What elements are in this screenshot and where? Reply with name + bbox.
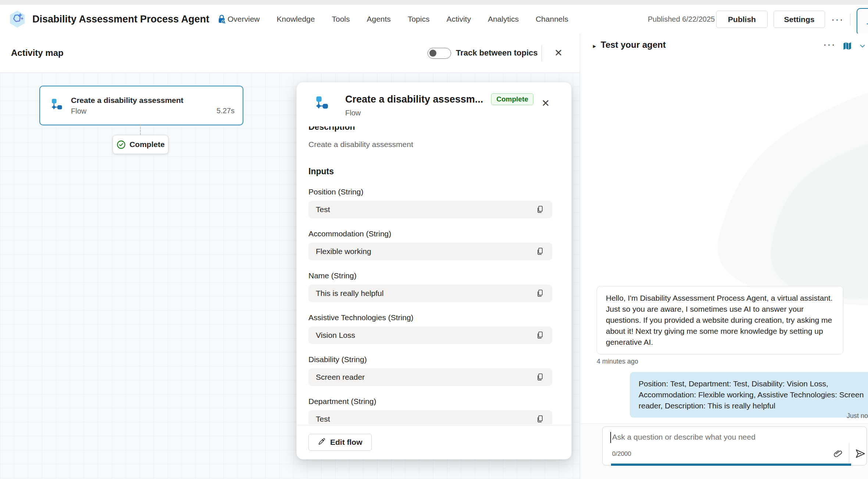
activity-header-divider [542, 45, 542, 61]
check-circle-icon [116, 140, 126, 150]
field-label: Department (String) [308, 397, 552, 406]
field-label: Assistive Technologies (String) [308, 313, 552, 322]
details-footer: Edit flow [297, 425, 571, 459]
node-status-label: Complete [129, 140, 165, 149]
bot-message-timestamp: 4 minutes ago [597, 358, 638, 365]
nav-tab-agents[interactable]: Agents [366, 13, 391, 25]
pencil-icon [318, 438, 326, 447]
details-header: Create a disability assessm... Complete … [297, 82, 571, 126]
flow-node-duration: 5.27s [217, 107, 235, 115]
activity-map-icon[interactable] [840, 39, 855, 53]
authentication-lock-icon[interactable] [216, 13, 228, 25]
details-subtitle: Flow [345, 109, 361, 117]
window-top-strip [0, 0, 868, 5]
field-label: Name (String) [308, 271, 552, 280]
field-label: Accommodation (String) [308, 229, 552, 238]
test-panel-title: Test your agent [601, 40, 666, 50]
field-value: This is really helpful [316, 289, 534, 298]
field-value: Test [316, 205, 534, 214]
chat-input[interactable]: Ask a question or describe what you need… [602, 426, 867, 465]
field-value-box: Test [308, 201, 552, 218]
nav-tab-channels[interactable]: Channels [535, 13, 569, 25]
toggle-knob [429, 50, 436, 57]
activity-map-header: Activity map Track between topics ✕ [0, 33, 580, 72]
node-connector-line [140, 124, 141, 135]
field-value-box: Screen reader [308, 368, 552, 386]
nav-tab-knowledge[interactable]: Knowledge [276, 13, 316, 25]
agent-logo-icon [8, 10, 26, 28]
nav-tab-tools[interactable]: Tools [331, 13, 350, 25]
publish-button[interactable]: Publish [716, 11, 768, 28]
details-scroll-area[interactable]: Description Create a disability assessme… [297, 126, 571, 424]
node-details-panel: Create a disability assessm... Complete … [296, 82, 572, 460]
field-value-box: Flexible working [308, 243, 552, 260]
copy-icon[interactable] [534, 329, 546, 342]
activity-map-title: Activity map [11, 33, 64, 72]
description-heading: Description [308, 126, 552, 132]
field-value: Vision Loss [316, 331, 534, 340]
nav-tab-activity[interactable]: Activity [446, 13, 472, 25]
test-button[interactable]: Test [857, 8, 868, 35]
character-counter: 0/2000 [612, 450, 631, 458]
input-focus-underline [611, 464, 851, 466]
text-cursor [610, 432, 611, 443]
field-value-box: Vision Loss [308, 326, 552, 344]
brand: Disability Assessment Process Agent [8, 10, 228, 28]
app-header: Disability Assessment Process Agent Over… [0, 5, 868, 34]
edit-flow-button[interactable]: Edit flow [308, 434, 372, 451]
copy-icon[interactable] [534, 287, 546, 300]
header-divider [850, 14, 850, 25]
input-field-disability: Disability (String) Screen reader [308, 355, 552, 386]
chat-input-placeholder: Ask a question or describe what you need [612, 433, 756, 442]
copy-icon[interactable] [534, 371, 546, 383]
test-agent-panel: ▸ Test your agent ··· Hello, I'm Disabil… [580, 33, 868, 479]
input-field-position: Position (String) Test [308, 187, 552, 218]
copy-icon[interactable] [534, 245, 546, 258]
send-icon[interactable] [852, 446, 868, 461]
toggle-label: Track between topics [456, 33, 538, 72]
nav-tab-analytics[interactable]: Analytics [487, 13, 519, 25]
chevron-down-icon[interactable] [857, 39, 868, 53]
test-panel-header: ▸ Test your agent ··· [580, 33, 868, 59]
field-value: Flexible working [316, 247, 534, 256]
activity-map-close-icon[interactable]: ✕ [551, 45, 566, 61]
input-field-accommodation: Accommodation (String) Flexible working [308, 229, 552, 260]
details-title: Create a disability assessm... [345, 94, 483, 105]
panel-watermark [580, 78, 868, 313]
flow-node-text: Create a disability assessment Flow [71, 96, 217, 115]
composer-icon-divider [849, 443, 849, 464]
collapse-caret-icon[interactable]: ▸ [590, 42, 599, 50]
flow-node-create-disability-assessment[interactable]: Create a disability assessment Flow 5.27… [39, 86, 243, 125]
field-value: Screen reader [316, 373, 534, 382]
copy-icon[interactable] [534, 413, 546, 424]
flow-icon [313, 95, 330, 113]
settings-button[interactable]: Settings [774, 11, 825, 28]
copy-icon[interactable] [534, 203, 546, 216]
flow-node-type: Flow [71, 107, 217, 115]
test-panel-more-button[interactable]: ··· [820, 36, 839, 53]
input-field-name: Name (String) This is really helpful [308, 271, 552, 302]
composer-area: Ask a question or describe what you need… [580, 424, 868, 479]
nav-tab-topics[interactable]: Topics [407, 13, 431, 25]
inputs-heading: Inputs [308, 167, 552, 176]
primary-nav: Overview Knowledge Tools Agents Topics A… [227, 5, 569, 33]
flow-node-title: Create a disability assessment [71, 96, 217, 105]
app-title: Disability Assessment Process Agent [32, 14, 209, 25]
field-value: Test [316, 415, 534, 423]
details-close-icon[interactable]: ✕ [538, 96, 553, 111]
activity-map-canvas[interactable]: Create a disability assessment Flow 5.27… [0, 72, 580, 479]
header-more-button[interactable]: ··· [828, 11, 847, 28]
user-message-bubble: Position: Test, Department: Test, Disabi… [630, 372, 868, 418]
user-message-timestamp: Just now [847, 412, 868, 420]
field-label: Disability (String) [308, 355, 552, 364]
nav-tab-overview[interactable]: Overview [227, 13, 261, 25]
field-label: Position (String) [308, 187, 552, 196]
input-field-department: Department (String) Test [308, 397, 552, 424]
bot-message-bubble: Hello, I'm Disability Assessment Process… [597, 286, 843, 354]
track-between-topics-toggle[interactable] [428, 48, 451, 59]
flow-icon [49, 97, 64, 114]
field-value-box: Test [308, 410, 552, 424]
attachment-paperclip-icon[interactable] [831, 446, 846, 461]
field-value-box: This is really helpful [308, 285, 552, 302]
input-field-assistive-technologies: Assistive Technologies (String) Vision L… [308, 313, 552, 344]
